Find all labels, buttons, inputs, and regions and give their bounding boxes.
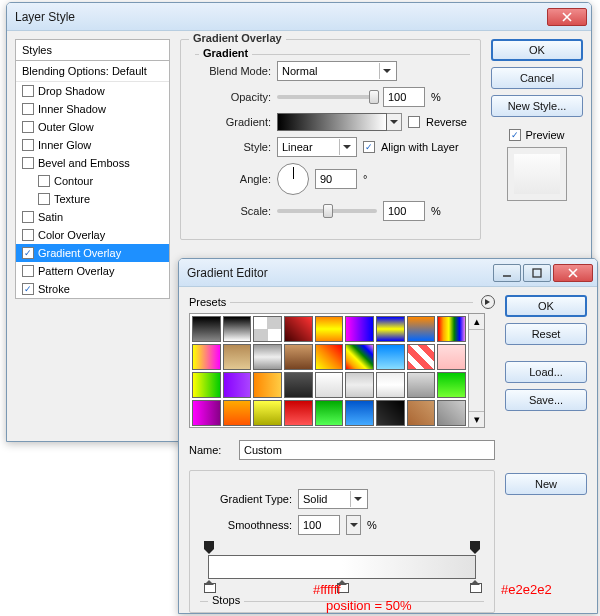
preset-swatch[interactable] — [223, 344, 252, 370]
preset-swatch[interactable] — [437, 316, 466, 342]
style-item-pattern-overlay[interactable]: Pattern Overlay — [16, 262, 169, 280]
preset-swatch[interactable] — [345, 372, 374, 398]
style-checkbox[interactable] — [22, 103, 34, 115]
presets-scrollbar[interactable]: ▴ ▾ — [469, 313, 485, 428]
align-checkbox[interactable]: ✓ — [363, 141, 375, 153]
cancel-button[interactable]: Cancel — [491, 67, 583, 89]
name-input[interactable] — [239, 440, 495, 460]
preset-swatch[interactable] — [345, 316, 374, 342]
preset-swatch[interactable] — [376, 344, 405, 370]
new-style-button[interactable]: New Style... — [491, 95, 583, 117]
preset-swatch[interactable] — [284, 344, 313, 370]
style-item-inner-glow[interactable]: Inner Glow — [16, 136, 169, 154]
gradient-editor-titlebar[interactable]: Gradient Editor — [179, 259, 597, 287]
preset-swatch[interactable] — [253, 372, 282, 398]
style-checkbox[interactable] — [22, 157, 34, 169]
presets-menu-icon[interactable] — [481, 295, 495, 309]
color-stop-left[interactable] — [204, 581, 214, 593]
smoothness-input[interactable] — [298, 515, 340, 535]
gradient-type-select[interactable]: Solid — [298, 489, 368, 509]
style-item-bevel-and-emboss[interactable]: Bevel and Emboss — [16, 154, 169, 172]
style-checkbox[interactable] — [22, 139, 34, 151]
preset-swatch[interactable] — [315, 316, 344, 342]
maximize-icon[interactable] — [523, 264, 551, 282]
style-item-texture[interactable]: Texture — [16, 190, 169, 208]
preset-swatch[interactable] — [376, 400, 405, 426]
smoothness-stepper-icon[interactable] — [346, 515, 361, 535]
opacity-input[interactable] — [383, 87, 425, 107]
ge-ok-button[interactable]: OK — [505, 295, 587, 317]
preset-swatch[interactable] — [376, 316, 405, 342]
preset-swatch[interactable] — [345, 400, 374, 426]
style-item-gradient-overlay[interactable]: ✓Gradient Overlay — [16, 244, 169, 262]
preview-checkbox[interactable]: ✓ — [509, 129, 521, 141]
style-item-color-overlay[interactable]: Color Overlay — [16, 226, 169, 244]
chevron-down-icon[interactable] — [387, 113, 402, 131]
preset-swatch[interactable] — [253, 316, 282, 342]
ge-save-button[interactable]: Save... — [505, 389, 587, 411]
ge-new-button[interactable]: New — [505, 473, 587, 495]
preset-swatch[interactable] — [253, 400, 282, 426]
style-item-stroke[interactable]: ✓Stroke — [16, 280, 169, 298]
preset-swatch[interactable] — [192, 372, 221, 398]
scale-input[interactable] — [383, 201, 425, 221]
preset-swatch[interactable] — [407, 372, 436, 398]
ge-reset-button[interactable]: Reset — [505, 323, 587, 345]
style-item-inner-shadow[interactable]: Inner Shadow — [16, 100, 169, 118]
preset-swatch[interactable] — [284, 372, 313, 398]
preset-swatch[interactable] — [437, 372, 466, 398]
angle-input[interactable] — [315, 169, 357, 189]
preset-swatch[interactable] — [284, 316, 313, 342]
preset-swatch[interactable] — [315, 372, 344, 398]
style-checkbox[interactable] — [22, 265, 34, 277]
preset-swatch[interactable] — [376, 372, 405, 398]
blending-options-header[interactable]: Blending Options: Default — [16, 61, 169, 82]
close-icon[interactable] — [547, 8, 587, 26]
close-icon[interactable] — [553, 264, 593, 282]
blend-mode-select[interactable]: Normal — [277, 61, 397, 81]
scroll-down-icon[interactable]: ▾ — [469, 411, 484, 427]
scale-slider[interactable] — [277, 209, 377, 213]
style-item-contour[interactable]: Contour — [16, 172, 169, 190]
gradient-bar[interactable] — [200, 541, 484, 597]
opacity-stop-right[interactable] — [470, 541, 480, 553]
layer-style-titlebar[interactable]: Layer Style — [7, 3, 591, 31]
ge-load-button[interactable]: Load... — [505, 361, 587, 383]
style-select[interactable]: Linear — [277, 137, 357, 157]
style-item-satin[interactable]: Satin — [16, 208, 169, 226]
preset-swatch[interactable] — [315, 400, 344, 426]
styles-header[interactable]: Styles — [16, 40, 169, 61]
minimize-icon[interactable] — [493, 264, 521, 282]
preset-swatch[interactable] — [284, 400, 313, 426]
preset-swatch[interactable] — [192, 400, 221, 426]
scroll-up-icon[interactable]: ▴ — [469, 314, 484, 330]
preset-swatch[interactable] — [407, 344, 436, 370]
angle-dial[interactable] — [277, 163, 309, 195]
style-checkbox[interactable] — [22, 85, 34, 97]
style-checkbox[interactable] — [22, 229, 34, 241]
preset-swatch[interactable] — [437, 400, 466, 426]
preset-swatch[interactable] — [345, 344, 374, 370]
ok-button[interactable]: OK — [491, 39, 583, 61]
color-stop-right[interactable] — [470, 581, 480, 593]
preset-swatch[interactable] — [192, 344, 221, 370]
preset-swatch[interactable] — [223, 372, 252, 398]
gradient-swatch[interactable] — [277, 113, 387, 131]
opacity-slider[interactable] — [277, 95, 377, 99]
opacity-stop-left[interactable] — [204, 541, 214, 553]
style-checkbox[interactable] — [38, 193, 50, 205]
style-checkbox[interactable] — [22, 121, 34, 133]
style-checkbox[interactable] — [38, 175, 50, 187]
style-item-outer-glow[interactable]: Outer Glow — [16, 118, 169, 136]
preset-swatch[interactable] — [407, 400, 436, 426]
preset-swatch[interactable] — [223, 400, 252, 426]
style-checkbox[interactable]: ✓ — [22, 247, 34, 259]
style-checkbox[interactable]: ✓ — [22, 283, 34, 295]
preset-swatch[interactable] — [223, 316, 252, 342]
preset-swatch[interactable] — [437, 344, 466, 370]
preset-swatch[interactable] — [253, 344, 282, 370]
style-item-drop-shadow[interactable]: Drop Shadow — [16, 82, 169, 100]
preset-swatch[interactable] — [192, 316, 221, 342]
reverse-checkbox[interactable] — [408, 116, 420, 128]
preset-swatch[interactable] — [407, 316, 436, 342]
